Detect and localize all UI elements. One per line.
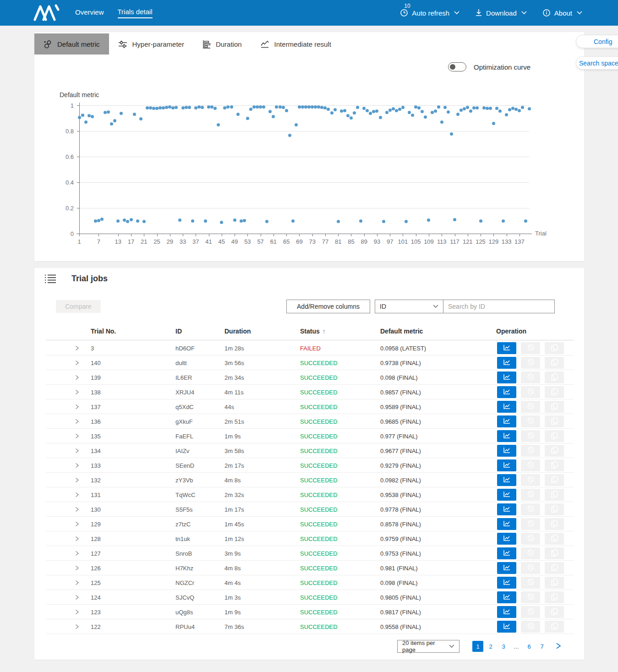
search-filter-dropdown[interactable]: ID <box>375 300 443 313</box>
kill-trial-button[interactable] <box>521 503 540 515</box>
scatter-point[interactable] <box>246 117 249 120</box>
col-id[interactable]: ID <box>175 328 182 335</box>
kill-trial-button[interactable] <box>521 386 540 398</box>
intermediate-result-button[interactable] <box>497 474 516 486</box>
scatter-point[interactable] <box>447 110 450 114</box>
scatter-point[interactable] <box>372 110 375 113</box>
page-button[interactable]: 1 <box>472 641 483 652</box>
scatter-point[interactable] <box>304 105 307 109</box>
kill-trial-button[interactable] <box>521 430 540 442</box>
intermediate-result-button[interactable] <box>497 357 516 369</box>
scatter-point[interactable] <box>152 107 155 110</box>
scatter-point[interactable] <box>405 220 408 223</box>
scatter-point[interactable] <box>210 105 213 109</box>
scatter-point[interactable] <box>282 106 285 109</box>
intermediate-result-button[interactable] <box>497 621 516 633</box>
nav-trials-detail[interactable]: Trials detail <box>118 8 153 18</box>
col-duration[interactable]: Duration <box>224 328 251 335</box>
row-expand-icon[interactable] <box>75 477 79 484</box>
copy-parameter-button[interactable] <box>545 415 564 427</box>
scatter-point[interactable] <box>252 105 256 109</box>
scatter-point[interactable] <box>492 122 495 125</box>
scatter-point[interactable] <box>411 114 414 117</box>
row-expand-icon[interactable] <box>75 507 79 514</box>
scatter-point[interactable] <box>334 108 337 111</box>
scatter-point[interactable] <box>437 105 440 109</box>
scatter-point[interactable] <box>463 107 466 110</box>
scatter-point[interactable] <box>191 219 194 223</box>
scatter-point[interactable] <box>230 105 233 109</box>
scatter-point[interactable] <box>265 220 268 223</box>
scatter-point[interactable] <box>178 219 181 222</box>
scatter-point[interactable] <box>100 218 104 221</box>
intermediate-result-button[interactable] <box>497 415 516 427</box>
scatter-point[interactable] <box>181 106 185 109</box>
scatter-point[interactable] <box>401 106 405 109</box>
intermediate-result-button[interactable] <box>497 503 516 515</box>
copy-parameter-button[interactable] <box>545 342 564 354</box>
scatter-point[interactable] <box>220 221 223 224</box>
copy-parameter-button[interactable] <box>545 606 564 618</box>
scatter-point[interactable] <box>78 116 81 119</box>
scatter-point[interactable] <box>188 106 191 109</box>
scatter-point[interactable] <box>514 108 518 111</box>
scatter-point[interactable] <box>340 109 343 113</box>
scatter-point[interactable] <box>217 123 220 126</box>
scatter-point[interactable] <box>434 109 437 113</box>
copy-parameter-button[interactable] <box>545 372 564 383</box>
scatter-point[interactable] <box>116 219 120 223</box>
row-expand-icon[interactable] <box>75 419 79 426</box>
scatter-point[interactable] <box>366 109 369 112</box>
scatter-point[interactable] <box>88 114 91 117</box>
scatter-point[interactable] <box>398 108 401 111</box>
copy-parameter-button[interactable] <box>545 401 564 413</box>
scatter-point[interactable] <box>482 106 486 109</box>
intermediate-result-button[interactable] <box>497 430 516 442</box>
intermediate-result-button[interactable] <box>497 562 516 574</box>
intermediate-result-button[interactable] <box>497 401 516 413</box>
scatter-point[interactable] <box>350 116 353 120</box>
page-button[interactable]: 7 <box>536 641 547 652</box>
search-space-button[interactable]: Search space <box>576 56 618 70</box>
intermediate-result-button[interactable] <box>497 533 516 545</box>
scatter-point[interactable] <box>343 109 346 112</box>
scatter-point[interactable] <box>279 105 282 109</box>
scatter-point[interactable] <box>466 106 469 109</box>
intermediate-result-button[interactable] <box>497 591 516 603</box>
scatter-point[interactable] <box>139 117 142 120</box>
scatter-point[interactable] <box>295 123 298 126</box>
intermediate-result-button[interactable] <box>497 518 516 530</box>
scatter-point[interactable] <box>528 107 531 110</box>
page-button[interactable]: 2 <box>485 641 496 652</box>
add-remove-columns-button[interactable]: Add/Remove columns <box>286 300 370 313</box>
scatter-point[interactable] <box>489 107 492 110</box>
scatter-point[interactable] <box>285 109 288 112</box>
scatter-point[interactable] <box>511 107 514 110</box>
scatter-point[interactable] <box>353 111 356 115</box>
scatter-point[interactable] <box>421 110 424 113</box>
scatter-point[interactable] <box>518 109 521 112</box>
scatter-point[interactable] <box>472 106 476 109</box>
kill-trial-button[interactable] <box>521 577 540 589</box>
scatter-point[interactable] <box>317 105 320 109</box>
intermediate-result-button[interactable] <box>497 342 516 354</box>
scatter-point[interactable] <box>249 108 252 111</box>
scatter-point[interactable] <box>94 219 97 223</box>
kill-trial-button[interactable] <box>521 357 540 369</box>
copy-parameter-button[interactable] <box>545 357 564 369</box>
download-menu[interactable]: Download <box>475 9 527 17</box>
copy-parameter-button[interactable] <box>545 591 564 603</box>
kill-trial-button[interactable] <box>521 489 540 501</box>
scatter-point[interactable] <box>97 219 100 222</box>
scatter-point[interactable] <box>201 106 204 109</box>
copy-parameter-button[interactable] <box>545 621 564 633</box>
row-expand-icon[interactable] <box>75 580 79 587</box>
kill-trial-button[interactable] <box>521 401 540 413</box>
auto-refresh-menu[interactable]: 10 Auto refresh <box>400 9 459 17</box>
copy-parameter-button[interactable] <box>545 489 564 501</box>
scatter-point[interactable] <box>417 106 421 109</box>
copy-parameter-button[interactable] <box>545 459 564 471</box>
copy-parameter-button[interactable] <box>545 562 564 574</box>
copy-parameter-button[interactable] <box>545 503 564 515</box>
row-expand-icon[interactable] <box>75 375 79 382</box>
